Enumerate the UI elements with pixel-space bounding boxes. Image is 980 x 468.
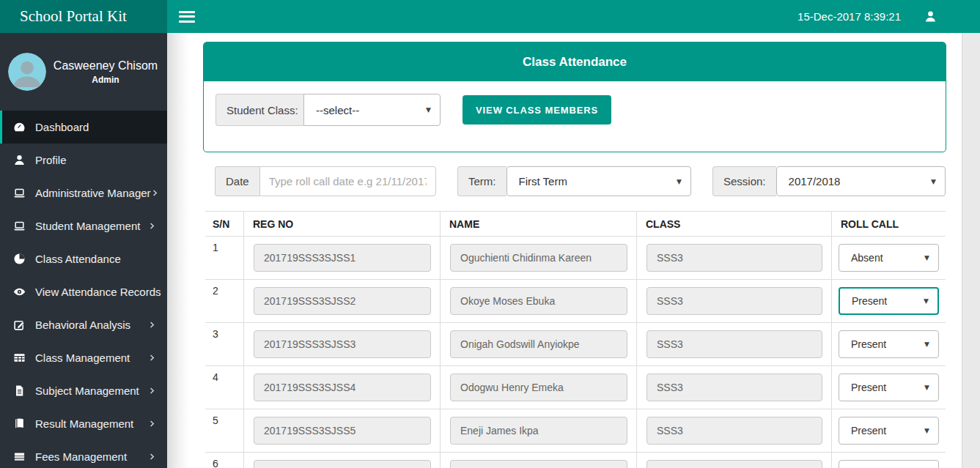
column-header-sn: S/N — [205, 212, 244, 236]
hamburger-menu-icon[interactable] — [179, 8, 195, 25]
chevron-down-icon: ▼ — [924, 341, 929, 348]
panel-body: Student Class: --select-- ▼ VIEW CLASS M… — [204, 81, 946, 152]
laptop-icon — [13, 187, 26, 199]
sidebar-item-subject-management[interactable]: Subject Management — [0, 374, 167, 407]
sidebar-item-label: Fees Management — [35, 450, 148, 463]
roll-call-select-value: Present — [852, 295, 887, 307]
class-field: SSS3 — [646, 330, 822, 358]
roll-call-select-value: Present — [851, 338, 886, 350]
sidebar-item-label: Class Management — [35, 352, 148, 364]
chevron-right-icon — [151, 189, 159, 197]
chevron-right-icon — [148, 387, 156, 395]
class-field: SSS3 — [646, 287, 822, 315]
money-icon — [13, 450, 26, 463]
attendance-table: S/N REG NO NAME CLASS ROLL CALL 1 201719… — [205, 211, 946, 468]
user-meta: Casweeney Chisom Admin — [51, 59, 160, 85]
user-name: Casweeney Chisom — [51, 59, 160, 73]
reg-no-field: 201719SSS3SJSS4 — [254, 374, 431, 401]
roll-call-select[interactable]: ▼ — [839, 460, 939, 468]
term-filter-group: Term: First Term ▼ — [457, 166, 691, 196]
session-select[interactable]: 2017/2018 ▼ — [776, 166, 946, 196]
sidebar-item-label: View Attendance Records — [35, 286, 161, 298]
class-attendance-panel: Class Attendance Student Class: --select… — [203, 42, 946, 152]
serial-number-cell: 3 — [205, 323, 244, 365]
view-class-members-button[interactable]: VIEW CLASS MEMBERS — [463, 95, 611, 125]
chevron-down-icon: ▼ — [924, 297, 929, 305]
sidebar-item-label: Administrative Manager — [35, 187, 151, 199]
sidebar-shadow — [167, 33, 189, 468]
sidebar-menu: Dashboard Profile Administrative Manager… — [0, 111, 167, 468]
student-name-field: Onigah Godswill Anyiokpe — [450, 330, 627, 358]
student-name-field: Okoye Moses Ebuka — [450, 287, 627, 315]
top-navbar: School Portal Kit 15-Dec-2017 8:39:21 — [0, 0, 980, 33]
sidebar-item-view-attendance-records[interactable]: View Attendance Records — [0, 275, 167, 308]
class-field: SSS3 — [646, 417, 822, 445]
edit-icon — [13, 319, 26, 331]
vertical-scrollbar[interactable] — [962, 33, 980, 468]
brand-logo[interactable]: School Portal Kit — [0, 0, 167, 33]
chevron-right-icon — [148, 222, 156, 230]
reg-no-field: 201719SSS3SJSS5 — [254, 417, 431, 445]
sidebar-user-panel: Casweeney Chisom Admin — [0, 33, 167, 111]
sidebar-item-label: Class Attendance — [35, 253, 156, 265]
student-class-select[interactable]: --select-- ▼ — [303, 94, 441, 126]
session-filter-group: Session: 2017/2018 ▼ — [712, 166, 946, 196]
sidebar-item-profile[interactable]: Profile — [0, 144, 167, 177]
term-label: Term: — [457, 166, 506, 196]
serial-number-cell: 4 — [205, 366, 244, 409]
column-header-name: NAME — [441, 212, 637, 236]
sidebar-item-student-management[interactable]: Student Management — [0, 209, 167, 242]
reg-no-field: 201719SSS3SJSS2 — [254, 287, 431, 315]
roll-call-select-value: Present — [851, 382, 886, 393]
chevron-right-icon — [148, 453, 156, 461]
table-row: 4 201719SSS3SJSS4 Odogwu Henry Emeka SSS… — [205, 366, 946, 409]
reg-no-field: 201719SSS3SJSS3 — [254, 330, 431, 358]
column-header-reg-no: REG NO — [244, 212, 441, 236]
main-content: Class Attendance Student Class: --select… — [167, 33, 980, 468]
dashboard-icon — [13, 121, 26, 133]
sidebar-item-behavioral-analysis[interactable]: Behavioral Analysis — [0, 308, 167, 341]
sidebar: Casweeney Chisom Admin Dashboard Profile… — [0, 33, 167, 468]
roll-call-date-input[interactable] — [259, 166, 436, 196]
class-field: SSS3 — [646, 374, 822, 401]
table-row: 1 201719SSS3SJSS1 Oguchienti Chidinma Ka… — [205, 237, 946, 280]
roll-call-select[interactable]: Present ▼ — [839, 417, 939, 445]
class-field: SSS3 — [646, 244, 822, 272]
user-role-badge: Admin — [51, 75, 160, 85]
sidebar-item-label: Dashboard — [35, 121, 156, 133]
sidebar-item-class-management[interactable]: Class Management — [0, 341, 167, 374]
student-class-select-value: --select-- — [316, 104, 359, 116]
chevron-down-icon: ▼ — [924, 427, 929, 434]
table-row: 2 201719SSS3SJSS2 Okoye Moses Ebuka SSS3… — [205, 280, 946, 323]
user-account-icon[interactable] — [924, 10, 937, 23]
roll-call-select[interactable]: Absent ▼ — [839, 244, 939, 272]
sidebar-item-label: Student Management — [35, 220, 148, 232]
laptop-icon — [13, 220, 26, 232]
user-avatar — [8, 53, 46, 91]
sidebar-item-dashboard[interactable]: Dashboard — [0, 111, 167, 144]
class-field — [646, 460, 822, 468]
chevron-right-icon — [148, 354, 156, 362]
column-header-roll-call: ROLL CALL — [832, 212, 946, 236]
serial-number-cell: 2 — [205, 280, 244, 322]
serial-number-cell: 1 — [205, 237, 244, 279]
reg-no-field: 201719SSS3SJSS1 — [254, 244, 431, 272]
sidebar-item-fees-management[interactable]: Fees Management — [0, 440, 167, 468]
column-header-class: CLASS — [637, 212, 832, 236]
term-select[interactable]: First Term ▼ — [506, 166, 692, 196]
chevron-down-icon: ▼ — [924, 384, 929, 391]
roll-call-select[interactable]: Present ▼ — [839, 374, 939, 401]
student-name-field: Odogwu Henry Emeka — [450, 374, 627, 401]
sidebar-item-label: Profile — [35, 154, 156, 166]
session-label: Session: — [712, 166, 776, 196]
chevron-down-icon: ▼ — [677, 178, 682, 185]
sidebar-item-administrative-manager[interactable]: Administrative Manager — [0, 177, 167, 209]
chevron-down-icon: ▼ — [931, 178, 936, 185]
date-filter-group: Date — [215, 166, 436, 196]
sidebar-item-result-management[interactable]: Result Management — [0, 407, 167, 440]
roll-call-select[interactable]: Present ▼ — [839, 287, 939, 315]
sidebar-item-class-attendance[interactable]: Class Attendance — [0, 242, 167, 275]
student-class-label: Student Class: — [215, 94, 303, 126]
table-row: 6 ▼ — [205, 453, 946, 468]
roll-call-select[interactable]: Present ▼ — [839, 330, 939, 358]
